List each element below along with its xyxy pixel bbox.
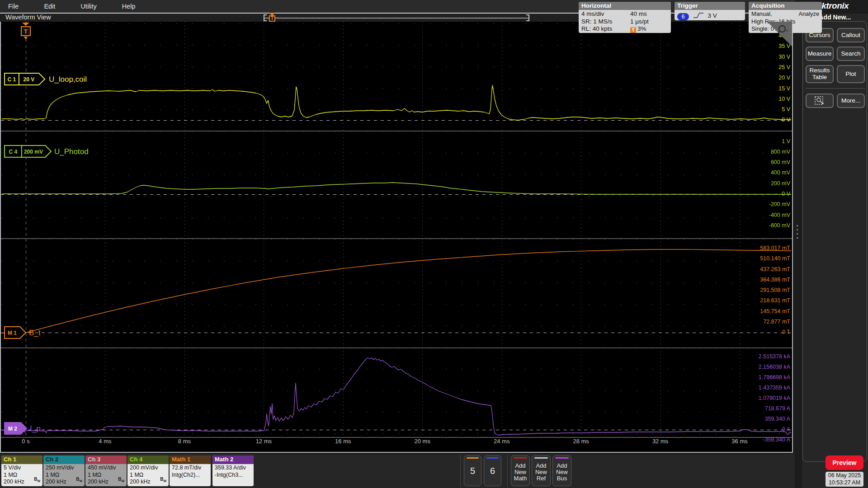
record-trigger-icon[interactable]: T [269, 15, 275, 22]
channel-box-header: Math 1 [170, 455, 211, 464]
horizontal-window: 40 ms [630, 10, 668, 18]
y-axis-tick-label-m2: 2.156038 kA [741, 364, 790, 370]
record-left-bracket[interactable] [264, 14, 267, 21]
channel-color-stripe [486, 457, 499, 459]
trace-m1[interactable] [2, 249, 791, 333]
y-axis-tick-label-ch4: -200 mV [741, 201, 790, 207]
y-axis-tick-label-m2: 1.796698 kA [741, 374, 790, 380]
acquisition-title: Acquisition [749, 2, 822, 10]
y-axis-tick-label-m1: 437.263 mT [741, 266, 790, 272]
add-new-ref-button[interactable]: Add New Ref [532, 455, 551, 486]
y-axis-tick-label-m2: 0 A [741, 426, 790, 432]
channel-badge-m1-label[interactable]: B_t [29, 328, 41, 337]
record-view-bar[interactable]: T [264, 14, 529, 22]
y-axis-tick-label-m2: 1.437359 kA [741, 385, 790, 391]
channel-box-header: Ch 2 [43, 455, 85, 464]
channel-button-6[interactable]: 6 [484, 455, 501, 486]
trigger-title: Trigger [675, 2, 745, 10]
channel-box-body: 450 mV/div1 MΩ200 kHzBW [85, 464, 127, 486]
horizontal-scale: 4 ms/div [581, 10, 604, 18]
svg-text:M 1: M 1 [8, 330, 17, 336]
right-sidebar: Add New... Cursors Callout Measure Searc… [802, 14, 868, 488]
y-axis-tick-label-m1: 72.877 mT [741, 319, 790, 325]
trigger-flag-arrow-icon[interactable] [22, 23, 29, 26]
channel-box-body: 250 mV/div1 MΩ200 kHzBW [43, 464, 85, 486]
svg-text:20 V: 20 V [24, 76, 35, 83]
y-axis-tick-label-ch4: 800 mV [741, 149, 790, 155]
channel-setting: 200 mV/div [130, 465, 166, 472]
y-axis-tick-label-m1: 218.631 mT [741, 297, 790, 304]
menu-help[interactable]: Help [122, 3, 136, 10]
add-measure-button[interactable]: Measure [806, 47, 834, 61]
menu-file[interactable]: File [8, 3, 19, 10]
channel-box-header: Math 2 [212, 455, 254, 464]
bandwidth-limit-icon: BW [76, 476, 82, 485]
channel-badge-c4-label[interactable]: U_Photod [54, 147, 89, 156]
trigger-flag-label[interactable]: T [24, 28, 28, 35]
view-title: Waveform View [5, 14, 51, 21]
y-axis-tick-label-ch1: 30 V [741, 54, 790, 60]
add-new-stripe [514, 457, 527, 459]
channel-box-math2[interactable]: Math 2359.33 A/div-Intg(Ch3... [212, 455, 254, 486]
channel-badge-m2-label[interactable]: I_p [30, 424, 41, 433]
waveform-traces: TC 120 VU_loop,coilC 4200 mVU_PhotodM 1B… [1, 22, 792, 451]
trace-m2[interactable] [2, 358, 791, 435]
channel-color-stripe [467, 457, 479, 459]
waveform-plot[interactable]: 0 s4 ms8 ms12 ms16 ms20 ms24 ms28 ms32 m… [0, 22, 793, 453]
trigger-source-badge: 6 [677, 13, 689, 20]
record-line [264, 18, 529, 19]
add-callout-button[interactable]: Callout [837, 28, 865, 42]
svg-text:M 2: M 2 [8, 426, 17, 432]
channel-box-body: 5 V/div1 MΩ200 kHzBW [1, 464, 42, 486]
y-axis-tick-label-ch1: 35 V [741, 43, 790, 49]
bandwidth-limit-icon: BW [160, 476, 166, 485]
trigger-panel[interactable]: Trigger 6 3 V [675, 2, 745, 20]
svg-text:C 4: C 4 [9, 149, 18, 155]
add-search-button[interactable]: Search [837, 47, 865, 61]
add-results-table-button[interactable]: Results Table [806, 65, 834, 83]
date-text: 06 May 2025 [826, 472, 863, 479]
y-axis-tick-label-m1: 145.754 mT [741, 308, 790, 314]
channel-box-ch2[interactable]: Ch 2250 mV/div1 MΩ200 kHzBW [43, 455, 85, 486]
y-axis-tick-label-m1: 364.386 mT [741, 277, 790, 283]
channel-box-ch3[interactable]: Ch 3450 mV/div1 MΩ200 kHzBW [85, 455, 127, 486]
bandwidth-limit-icon: BW [34, 476, 40, 485]
y-axis-tick-label-m2: 718.679 A [741, 405, 790, 412]
acquisition-mode: Manual, [751, 10, 772, 18]
menu-utility[interactable]: Utility [80, 3, 96, 10]
preview-button[interactable]: Preview [826, 455, 863, 470]
y-axis-tick-label-ch1: 20 V [741, 75, 790, 81]
datetime-display: 06 May 2025 10:53:27 AM [826, 472, 863, 487]
channel-box-ch4[interactable]: Ch 4200 mV/div1 MΩ200 kHzBW [127, 455, 169, 486]
zoom-mode-button[interactable] [806, 94, 834, 108]
svg-text:200 mV: 200 mV [24, 149, 43, 155]
channel-badge-c1-label[interactable]: U_loop,coil [49, 75, 87, 84]
y-axis-tick-label-m1: 0 T [741, 329, 790, 335]
y-axis-tick-label-ch1: 25 V [741, 64, 790, 70]
horizontal-title: Horizontal [579, 2, 671, 10]
y-axis-tick-label-ch4: 1 V [741, 138, 790, 145]
add-new-math-button[interactable]: Add New Math [511, 455, 530, 486]
add-new-bus-button[interactable]: Add New Bus [552, 455, 571, 486]
channel-setting: 5 V/div [4, 465, 40, 472]
more-button[interactable]: More... [837, 94, 865, 108]
y-axis-tick-label-ch1: 5 V [741, 106, 790, 113]
panel-splitter-handle[interactable] [796, 225, 798, 243]
add-plot-button[interactable]: Plot [837, 65, 865, 83]
channel-box-ch1[interactable]: Ch 15 V/div1 MΩ200 kHzBW [1, 455, 42, 486]
time-text: 10:53:27 AM [826, 479, 863, 487]
channel-box-math1[interactable]: Math 172.8 mT/divIntg(Ch2)... [170, 455, 211, 486]
channel-box-body: 200 mV/div1 MΩ200 kHzBW [127, 464, 169, 486]
add-new-panel: Cursors Callout Measure Search Results T… [802, 21, 867, 462]
channel-button-5[interactable]: 5 [464, 455, 481, 486]
record-right-bracket[interactable] [526, 14, 529, 21]
trigger-flag-tail-icon[interactable] [24, 37, 28, 40]
menu-edit[interactable]: Edit [44, 3, 55, 10]
y-axis-tick-label-ch4: -600 mV [741, 222, 790, 229]
trace-ch4[interactable] [2, 183, 791, 194]
y-axis-tick-label-ch4: 0 V [741, 191, 790, 197]
trace-ch1[interactable] [2, 85, 791, 120]
acquisition-analyze: Analyze [798, 10, 819, 18]
trigger-level: 3 V [708, 12, 717, 19]
zoom-box-icon [814, 96, 825, 106]
